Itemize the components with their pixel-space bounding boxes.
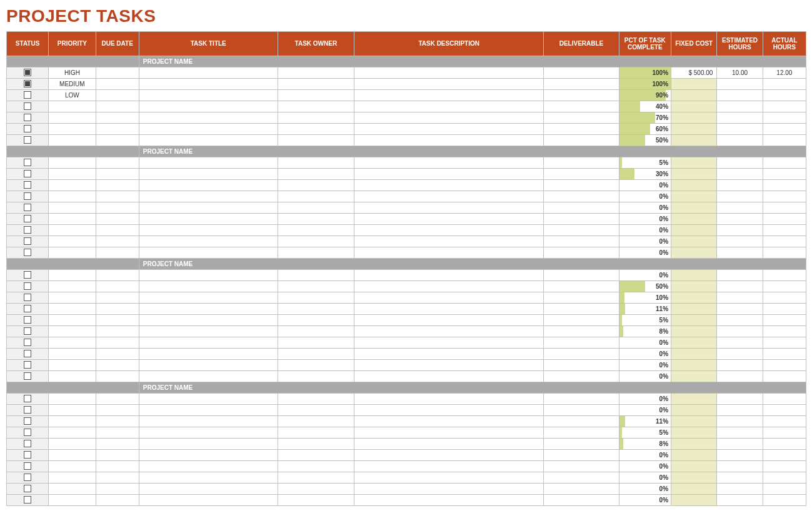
actual-hours-cell[interactable]	[763, 450, 806, 461]
task-description-cell[interactable]	[354, 292, 543, 304]
priority-cell[interactable]	[49, 124, 96, 135]
actual-hours-cell[interactable]	[763, 270, 806, 281]
status-cell[interactable]	[7, 180, 49, 191]
deliverable-cell[interactable]	[544, 472, 619, 484]
task-description-cell[interactable]	[354, 304, 543, 315]
task-description-cell[interactable]	[354, 236, 543, 247]
priority-cell[interactable]	[49, 371, 96, 382]
task-title-cell[interactable]	[139, 405, 278, 416]
task-owner-cell[interactable]	[278, 326, 354, 337]
status-checkbox-icon[interactable]	[24, 485, 31, 492]
due-date-cell[interactable]	[96, 79, 139, 90]
task-owner-cell[interactable]	[278, 101, 354, 112]
status-checkbox-icon[interactable]	[24, 294, 31, 301]
deliverable-cell[interactable]	[544, 337, 619, 349]
estimated-hours-cell[interactable]	[717, 371, 763, 382]
actual-hours-cell[interactable]	[763, 180, 806, 191]
status-checkbox-icon[interactable]	[24, 80, 31, 87]
deliverable-cell[interactable]	[544, 112, 619, 124]
fixed-cost-cell[interactable]	[671, 191, 717, 202]
status-cell[interactable]	[7, 270, 49, 281]
task-description-cell[interactable]	[354, 135, 543, 146]
actual-hours-cell[interactable]	[763, 169, 806, 180]
actual-hours-cell[interactable]	[763, 472, 806, 484]
status-checkbox-icon[interactable]	[24, 339, 31, 346]
priority-cell[interactable]: MEDIUM	[49, 79, 96, 90]
estimated-hours-cell[interactable]	[717, 79, 763, 90]
pct-complete-cell[interactable]: 0%	[619, 236, 671, 247]
deliverable-cell[interactable]	[544, 169, 619, 180]
priority-cell[interactable]	[49, 427, 96, 439]
task-title-cell[interactable]	[139, 169, 278, 180]
due-date-cell[interactable]	[96, 169, 139, 180]
due-date-cell[interactable]	[96, 124, 139, 135]
status-checkbox-icon[interactable]	[24, 350, 31, 357]
pct-complete-cell[interactable]: 100%	[619, 79, 671, 90]
priority-cell[interactable]	[49, 439, 96, 450]
priority-cell[interactable]	[49, 135, 96, 146]
estimated-hours-cell[interactable]	[717, 472, 763, 484]
status-checkbox-icon[interactable]	[24, 496, 31, 504]
fixed-cost-cell[interactable]: $ 500.00	[671, 67, 717, 79]
status-cell[interactable]	[7, 191, 49, 202]
actual-hours-cell[interactable]	[763, 214, 806, 225]
pct-complete-cell[interactable]: 70%	[619, 112, 671, 124]
priority-cell[interactable]	[49, 349, 96, 360]
task-owner-cell[interactable]	[278, 124, 354, 135]
priority-cell[interactable]	[49, 112, 96, 124]
due-date-cell[interactable]	[96, 439, 139, 450]
priority-cell[interactable]	[49, 394, 96, 405]
deliverable-cell[interactable]	[544, 214, 619, 225]
estimated-hours-cell[interactable]	[717, 225, 763, 236]
priority-cell[interactable]	[49, 214, 96, 225]
deliverable-cell[interactable]	[544, 67, 619, 79]
task-description-cell[interactable]	[354, 461, 543, 472]
pct-complete-cell[interactable]: 5%	[619, 427, 671, 439]
fixed-cost-cell[interactable]	[671, 304, 717, 315]
pct-complete-cell[interactable]: 5%	[619, 315, 671, 326]
actual-hours-cell[interactable]	[763, 292, 806, 304]
deliverable-cell[interactable]	[544, 461, 619, 472]
deliverable-cell[interactable]	[544, 371, 619, 382]
deliverable-cell[interactable]	[544, 349, 619, 360]
estimated-hours-cell[interactable]	[717, 439, 763, 450]
deliverable-cell[interactable]	[544, 157, 619, 169]
actual-hours-cell[interactable]	[763, 247, 806, 259]
task-owner-cell[interactable]	[278, 180, 354, 191]
due-date-cell[interactable]	[96, 270, 139, 281]
due-date-cell[interactable]	[96, 281, 139, 292]
task-title-cell[interactable]	[139, 304, 278, 315]
pct-complete-cell[interactable]: 0%	[619, 371, 671, 382]
estimated-hours-cell[interactable]	[717, 247, 763, 259]
priority-cell[interactable]	[49, 191, 96, 202]
pct-complete-cell[interactable]: 0%	[619, 180, 671, 191]
status-checkbox-icon[interactable]	[24, 395, 31, 402]
task-description-cell[interactable]	[354, 67, 543, 79]
task-owner-cell[interactable]	[278, 304, 354, 315]
deliverable-cell[interactable]	[544, 247, 619, 259]
task-owner-cell[interactable]	[278, 270, 354, 281]
task-description-cell[interactable]	[354, 225, 543, 236]
priority-cell[interactable]	[49, 101, 96, 112]
due-date-cell[interactable]	[96, 202, 139, 214]
status-checkbox-icon[interactable]	[24, 159, 31, 166]
deliverable-cell[interactable]	[544, 315, 619, 326]
fixed-cost-cell[interactable]	[671, 360, 717, 371]
deliverable-cell[interactable]	[544, 304, 619, 315]
status-checkbox-icon[interactable]	[24, 102, 31, 110]
priority-cell[interactable]	[49, 315, 96, 326]
priority-cell[interactable]: LOW	[49, 90, 96, 101]
task-description-cell[interactable]	[354, 124, 543, 135]
pct-complete-cell[interactable]: 0%	[619, 405, 671, 416]
actual-hours-cell[interactable]	[763, 349, 806, 360]
task-title-cell[interactable]	[139, 439, 278, 450]
priority-cell[interactable]	[49, 292, 96, 304]
actual-hours-cell[interactable]	[763, 337, 806, 349]
status-cell[interactable]	[7, 337, 49, 349]
actual-hours-cell[interactable]	[763, 202, 806, 214]
due-date-cell[interactable]	[96, 180, 139, 191]
task-owner-cell[interactable]	[278, 495, 354, 506]
priority-cell[interactable]	[49, 326, 96, 337]
status-cell[interactable]	[7, 101, 49, 112]
task-owner-cell[interactable]	[278, 236, 354, 247]
